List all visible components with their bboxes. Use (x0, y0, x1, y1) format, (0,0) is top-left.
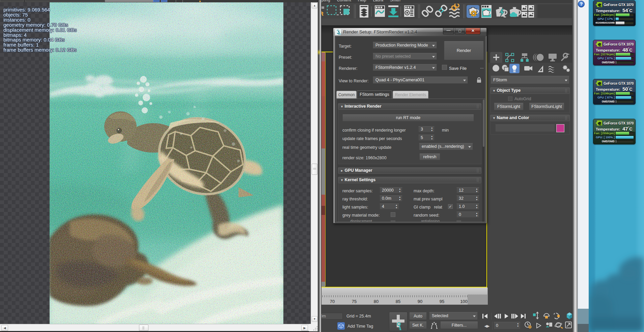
svg-text:85: 85 (396, 299, 400, 304)
svg-text:95: 95 (440, 299, 444, 304)
svg-text:90: 90 (418, 299, 422, 304)
svg-text:70: 70 (330, 299, 335, 304)
svg-text:MAX: MAX (338, 33, 341, 35)
svg-text:80: 80 (374, 299, 379, 304)
svg-text:100: 100 (460, 299, 468, 304)
svg-text:75: 75 (352, 299, 357, 304)
